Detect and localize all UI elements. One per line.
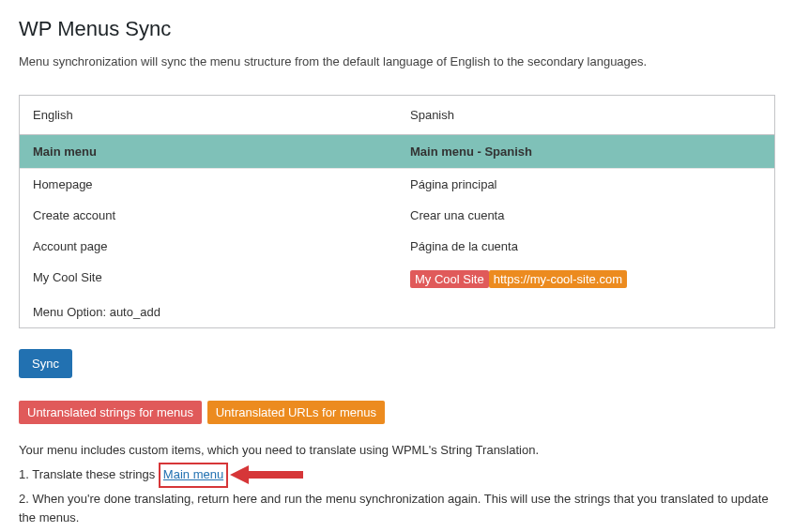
item-spanish: Crear una cuenta xyxy=(397,200,774,231)
instructions-step1: 1. Translate these strings Main menu xyxy=(19,463,775,488)
legend-urls-badge: Untranslated URLs for menus xyxy=(207,401,385,424)
menu-name-row: Main menu Main menu - Spanish xyxy=(20,135,774,169)
item-english: Homepage xyxy=(20,169,397,200)
menu-option: Menu Option: auto_add xyxy=(20,296,397,327)
table-row-custom: My Cool Site My Cool Sitehttps://my-cool… xyxy=(20,262,774,296)
legend: Untranslated strings for menus Untransla… xyxy=(19,401,775,424)
item-english: Create account xyxy=(20,200,397,231)
item-spanish-custom: My Cool Sitehttps://my-cool-site.com xyxy=(397,262,774,296)
table-row-option: Menu Option: auto_add xyxy=(20,296,774,327)
table-row: Create account Crear una cuenta xyxy=(20,200,774,231)
menu-name-spanish: Main menu - Spanish xyxy=(397,135,774,168)
untranslated-url-badge: https://my-cool-site.com xyxy=(489,270,627,288)
column-header-spanish: Spanish xyxy=(397,96,774,134)
item-spanish: Página principal xyxy=(397,169,774,200)
sync-button[interactable]: Sync xyxy=(19,349,72,378)
page-title: WP Menus Sync xyxy=(19,17,775,41)
item-spanish: Página de la cuenta xyxy=(397,231,774,262)
menu-name-english: Main menu xyxy=(20,135,397,168)
table-header-row: English Spanish xyxy=(20,96,774,135)
instructions: Your menu includes custom items, which y… xyxy=(19,441,775,528)
main-menu-link[interactable]: Main menu xyxy=(163,467,223,481)
instructions-intro: Your menu includes custom items, which y… xyxy=(19,441,775,461)
table-row: Homepage Página principal xyxy=(20,169,774,200)
svg-marker-1 xyxy=(230,465,249,484)
svg-rect-0 xyxy=(245,471,303,479)
table-row: Account page Página de la cuenta xyxy=(20,231,774,262)
instructions-step2: 2. When you're done translating, return … xyxy=(19,490,775,529)
column-header-english: English xyxy=(20,96,397,134)
arrow-annotation-icon xyxy=(230,464,305,486)
item-english: My Cool Site xyxy=(20,262,397,296)
main-menu-link-highlight: Main menu xyxy=(159,463,228,488)
page-intro: Menu synchronization will sync the menu … xyxy=(19,54,775,68)
untranslated-string-badge: My Cool Site xyxy=(410,270,489,288)
item-english: Account page xyxy=(20,231,397,262)
legend-strings-badge: Untranslated strings for menus xyxy=(19,401,202,424)
menu-sync-table: English Spanish Main menu Main menu - Sp… xyxy=(19,95,775,328)
